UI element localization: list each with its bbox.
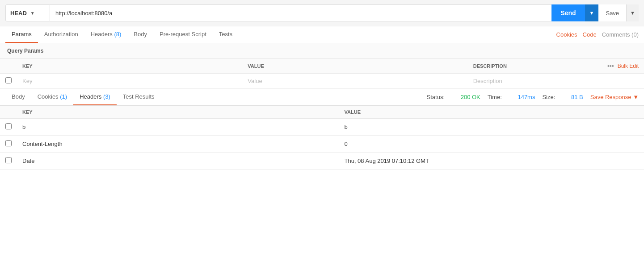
response-table-row: b b [0, 119, 644, 136]
time-label: Time: [488, 94, 502, 100]
size-value: 81 B [571, 94, 583, 100]
query-params-section: Query Params KEY VALUE DESCRIPTION ••• B… [0, 43, 644, 89]
status-label: Status: [427, 94, 445, 100]
response-table-row: Date Thu, 08 Aug 2019 07:10:12 GMT [0, 153, 644, 170]
top-bar: HEAD ▼ Send ▼ Save ▼ [0, 0, 644, 26]
code-link[interactable]: Code [583, 31, 597, 38]
response-tab-headers[interactable]: Headers (3) [73, 89, 117, 105]
response-value-cell: 0 [339, 136, 644, 153]
row-checkbox[interactable] [5, 140, 12, 146]
send-button[interactable]: Send [551, 4, 585, 21]
row-checkbox[interactable] [5, 123, 12, 129]
cookies-link[interactable]: Cookies [556, 31, 577, 38]
row-checkbox-cell [0, 153, 17, 170]
key-placeholder[interactable]: Key [17, 74, 242, 89]
response-key-cell: Date [17, 153, 339, 170]
method-chevron-icon: ▼ [30, 11, 35, 16]
tab-body[interactable]: Body [127, 26, 153, 43]
bulk-edit-button[interactable]: Bulk Edit [618, 63, 639, 69]
send-dropdown-button[interactable]: ▼ [585, 4, 599, 21]
query-params-title: Query Params [0, 43, 644, 59]
save-response-button[interactable]: Save Response ▼ [590, 94, 639, 100]
params-table: KEY VALUE DESCRIPTION ••• Bulk Edit [0, 59, 644, 89]
save-dropdown-button[interactable]: ▼ [626, 4, 639, 21]
response-meta: Status: 200 OK Time: 147ms Size: 81 B Sa… [427, 94, 639, 100]
comments-link[interactable]: Comments (0) [602, 31, 639, 38]
th-description-actions: DESCRIPTION ••• Bulk Edit [468, 59, 644, 74]
response-headers-table: KEY VALUE b b Content-Length 0 Date Thu,… [0, 106, 644, 170]
row-checkbox-cell [0, 136, 17, 153]
th-key: KEY [17, 59, 242, 74]
request-tabs-right: Cookies Code Comments (0) [556, 31, 639, 38]
more-options-icon[interactable]: ••• [607, 62, 614, 70]
row-checkbox[interactable] [5, 157, 12, 163]
th-checkbox [0, 59, 17, 74]
row-checkbox-cell [0, 119, 17, 136]
response-headers-section: KEY VALUE b b Content-Length 0 Date Thu,… [0, 106, 644, 170]
params-placeholder-row: Key Value Description [0, 74, 644, 89]
url-input[interactable] [50, 4, 551, 21]
th-value: VALUE [242, 59, 467, 74]
time-value: 147ms [518, 94, 535, 100]
tab-headers[interactable]: Headers (8) [84, 26, 128, 43]
method-selector[interactable]: HEAD ▼ [5, 4, 50, 21]
method-label: HEAD [10, 10, 27, 17]
tab-params[interactable]: Params [5, 26, 38, 43]
row-checkbox[interactable] [5, 77, 12, 83]
response-tabs: Body Cookies (1) Headers (3) Test Result… [0, 89, 644, 106]
response-tab-cookies[interactable]: Cookies (1) [31, 89, 73, 105]
response-tab-body[interactable]: Body [5, 89, 31, 105]
rth-value: VALUE [339, 106, 644, 119]
request-tabs: Params Authorization Headers (8) Body Pr… [0, 26, 644, 43]
tab-authorization[interactable]: Authorization [38, 26, 84, 43]
save-button[interactable]: Save [598, 4, 626, 21]
response-value-cell: b [339, 119, 644, 136]
size-label: Size: [542, 94, 555, 100]
description-placeholder[interactable]: Description [468, 74, 644, 89]
status-value: 200 OK [461, 94, 480, 100]
rth-key: KEY [17, 106, 339, 119]
response-tab-test-results[interactable]: Test Results [117, 89, 161, 105]
tab-prerequest[interactable]: Pre-request Script [153, 26, 213, 43]
tab-tests[interactable]: Tests [213, 26, 239, 43]
response-table-row: Content-Length 0 [0, 136, 644, 153]
response-key-cell: Content-Length [17, 136, 339, 153]
rth-checkbox [0, 106, 17, 119]
row-checkbox-cell [0, 74, 17, 89]
value-placeholder[interactable]: Value [242, 74, 467, 89]
response-key-cell: b [17, 119, 339, 136]
response-value-cell: Thu, 08 Aug 2019 07:10:12 GMT [339, 153, 644, 170]
